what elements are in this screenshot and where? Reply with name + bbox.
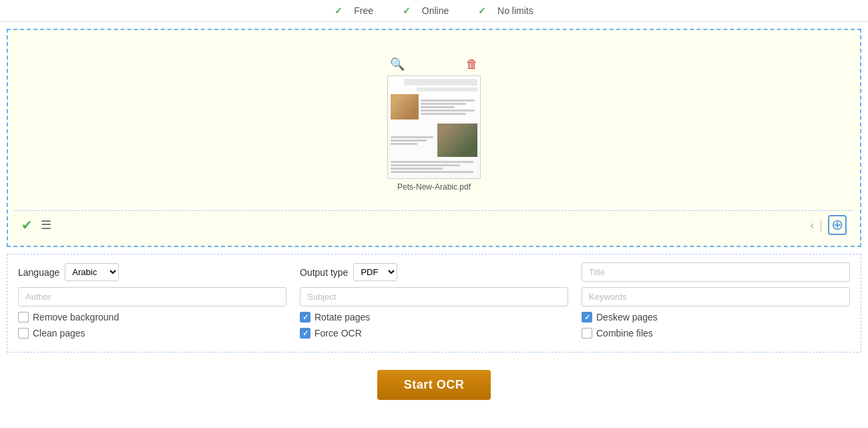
author-col <box>18 287 286 306</box>
start-ocr-button[interactable]: Start OCR <box>377 370 491 400</box>
upload-area[interactable]: 🔍 🗑 <box>7 29 861 247</box>
options-top-row: Language Arabic English French German Sp… <box>18 262 850 282</box>
top-bar: ✓ Free ✓ Online ✓ No limits <box>0 0 868 22</box>
check-icon-nolimits: ✓ <box>478 5 486 16</box>
language-select[interactable]: Arabic English French German Spanish <box>65 263 119 281</box>
output-type-select[interactable]: PDF Word Text Excel <box>353 263 397 281</box>
file-item: 🔍 🗑 <box>387 55 481 192</box>
combine-files-checkbox[interactable] <box>582 328 592 339</box>
title-input[interactable] <box>582 262 850 282</box>
top-bar-item-online: ✓ Online <box>396 5 458 16</box>
clean-pages-text: Clean pages <box>33 328 85 339</box>
subject-input[interactable] <box>300 287 568 306</box>
check-icon-free: ✓ <box>335 5 343 16</box>
remove-background-checkbox[interactable] <box>18 312 29 323</box>
force-ocr-text: Force OCR <box>314 328 362 339</box>
output-type-label: Output type <box>300 267 348 278</box>
shield-icon: ✔ <box>21 217 33 233</box>
deskew-pages-text: Deskew pages <box>596 312 658 323</box>
deskew-pages-label[interactable]: Deskew pages <box>582 312 850 323</box>
combine-files-label[interactable]: Combine files <box>582 328 850 339</box>
checkbox-col-3: Deskew pages Combine files <box>582 312 850 339</box>
force-ocr-label[interactable]: Force OCR <box>300 328 568 339</box>
options-meta-row <box>18 287 850 306</box>
title-col <box>582 262 850 282</box>
arrow-left-icon: ‹ <box>810 218 814 232</box>
nolimits-label: No limits <box>497 5 533 16</box>
force-ocr-checkbox[interactable] <box>300 328 310 339</box>
options-area: Language Arabic English French German Sp… <box>7 254 861 353</box>
file-name: Pets-New-Arabic.pdf <box>397 182 471 192</box>
pdf-thumbnail <box>387 75 481 179</box>
rotate-pages-label[interactable]: Rotate pages <box>300 312 568 323</box>
file-preview-area: 🔍 🗑 <box>15 37 853 210</box>
deskew-pages-checkbox[interactable] <box>582 312 592 323</box>
toolbar-right: ‹ | ⊕ <box>810 215 847 235</box>
pdf-thumb-inner <box>388 76 480 178</box>
drop-area-toolbar: ✔ ☰ ‹ | ⊕ <box>15 210 853 239</box>
delete-button[interactable]: 🗑 <box>463 55 481 73</box>
options-checkboxes-row1: Remove background Clean pages Rotate pag… <box>18 312 850 339</box>
author-input[interactable] <box>18 287 286 306</box>
divider-icon: | <box>819 218 823 232</box>
combine-files-text: Combine files <box>596 328 653 339</box>
rotate-pages-checkbox[interactable] <box>300 312 310 323</box>
top-bar-item-nolimits: ✓ No limits <box>471 5 540 16</box>
file-icons: 🔍 🗑 <box>387 55 481 73</box>
subject-col <box>300 287 568 306</box>
rotate-pages-text: Rotate pages <box>314 312 370 323</box>
check-icon-online: ✓ <box>403 5 411 16</box>
clean-pages-label[interactable]: Clean pages <box>18 328 286 339</box>
clean-pages-checkbox[interactable] <box>18 328 29 339</box>
free-label: Free <box>354 5 373 16</box>
remove-background-label[interactable]: Remove background <box>18 312 286 323</box>
start-btn-row: Start OCR <box>0 359 868 413</box>
keywords-col <box>582 287 850 306</box>
list-icon: ☰ <box>41 218 51 232</box>
language-label: Language <box>18 267 59 278</box>
checkbox-col-2: Rotate pages Force OCR <box>300 312 568 339</box>
output-type-row: Output type PDF Word Text Excel <box>300 262 568 282</box>
online-label: Online <box>422 5 449 16</box>
checkbox-col-1: Remove background Clean pages <box>18 312 286 339</box>
remove-background-text: Remove background <box>33 312 119 323</box>
language-row: Language Arabic English French German Sp… <box>18 262 286 282</box>
top-bar-item-free: ✓ Free <box>328 5 383 16</box>
zoom-button[interactable]: 🔍 <box>387 55 407 73</box>
add-file-icon[interactable]: ⊕ <box>828 215 847 235</box>
keywords-input[interactable] <box>582 287 850 306</box>
toolbar-left: ✔ ☰ <box>21 217 51 233</box>
